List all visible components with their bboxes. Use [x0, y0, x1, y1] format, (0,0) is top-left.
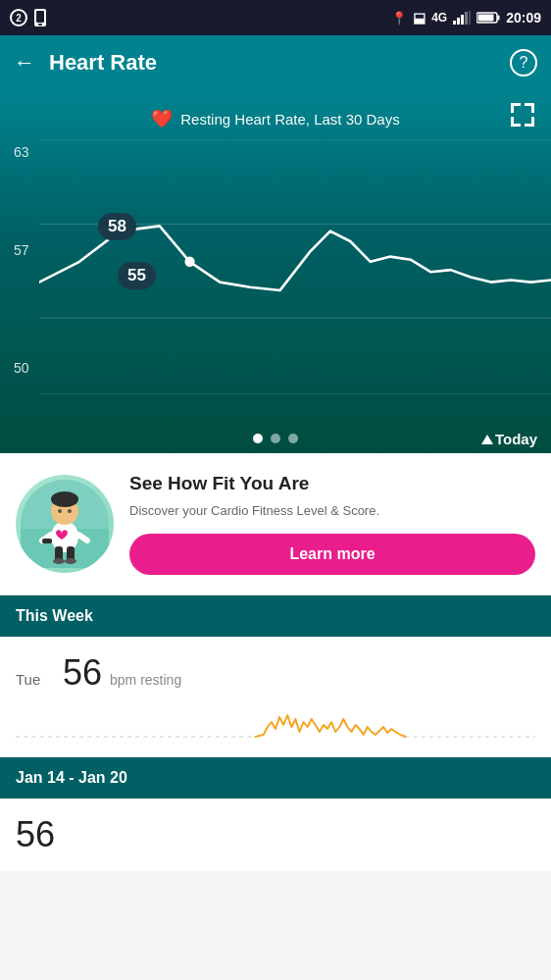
svg-rect-3 — [453, 21, 456, 25]
svg-point-31 — [65, 558, 76, 564]
circle-2-icon: 2 — [10, 9, 27, 26]
expand-icon[interactable] — [510, 102, 535, 132]
callout-58: 58 — [98, 213, 136, 240]
header: ← Heart Rate ? — [0, 35, 551, 90]
cardio-description: Discover your Cardio Fitness Level & Sco… — [129, 502, 535, 520]
page-title: Heart Rate — [49, 50, 510, 76]
svg-rect-18 — [531, 117, 534, 127]
svg-rect-10 — [478, 15, 494, 22]
cardio-text-block: See How Fit You Are Discover your Cardio… — [129, 473, 535, 575]
today-label: Today — [481, 431, 537, 447]
cardio-fitness-card: See How Fit You Are Discover your Cardio… — [0, 453, 551, 595]
location-icon: 📍 — [391, 11, 407, 26]
bpm-unit: bpm resting — [110, 672, 181, 688]
chart-area: ❤️ Resting Heart Rate, Last 30 Days 63 5… — [0, 90, 551, 453]
time-label: 20:09 — [506, 10, 541, 26]
svg-rect-6 — [465, 12, 468, 25]
date-range-header: Jan 14 - Jan 20 — [0, 757, 551, 799]
svg-rect-16 — [511, 117, 514, 127]
y-label-50: 50 — [14, 360, 29, 376]
battery-icon — [476, 11, 500, 25]
svg-rect-9 — [498, 16, 500, 21]
svg-rect-7 — [469, 11, 471, 25]
chart-dot-3[interactable] — [288, 434, 298, 443]
status-left-icons: 2 — [10, 9, 47, 26]
this-week-header: This Week — [0, 595, 551, 637]
heart-icon: ❤️ — [151, 108, 173, 129]
today-triangle-icon — [481, 435, 493, 444]
y-label-57: 57 — [14, 242, 29, 258]
back-button[interactable]: ← — [14, 50, 35, 76]
status-right-icons: 📍 ⬓ 20:09 4G 20:09 — [391, 10, 541, 26]
svg-rect-12 — [511, 103, 514, 113]
svg-point-30 — [53, 558, 65, 564]
y-label-63: 63 — [14, 144, 29, 160]
svg-point-36 — [58, 509, 62, 513]
partial-bpm-value: 56 — [16, 814, 55, 855]
phone-icon — [33, 9, 47, 26]
learn-more-button[interactable]: Learn more — [129, 534, 535, 575]
svg-rect-5 — [461, 15, 464, 25]
bluetooth-icon: ⬓ — [413, 10, 426, 26]
day-row-tue: Tue 56 bpm resting — [0, 637, 551, 757]
day-row-top: Tue 56 bpm resting — [16, 652, 535, 694]
avatar-figure — [21, 480, 109, 568]
day-label: Tue — [16, 671, 55, 688]
chart-footer — [0, 434, 551, 443]
status-bar: 2 📍 ⬓ 20:09 4G 20:09 — [0, 0, 551, 35]
chart-dot-1[interactable] — [253, 434, 263, 443]
svg-rect-38 — [42, 539, 52, 543]
help-button[interactable]: ? — [510, 49, 537, 77]
svg-rect-2 — [38, 24, 42, 26]
mini-chart — [16, 697, 535, 756]
network-4g: 4G — [431, 11, 447, 25]
chart-dot-2[interactable] — [271, 434, 280, 443]
callout-55: 55 — [118, 262, 156, 289]
cardio-title: See How Fit You Are — [129, 473, 535, 494]
heart-rate-chart — [39, 139, 551, 394]
svg-point-35 — [51, 491, 78, 507]
svg-rect-4 — [457, 18, 460, 25]
resting-label: ❤️ Resting Heart Rate, Last 30 Days — [0, 108, 551, 129]
svg-point-37 — [68, 509, 72, 513]
svg-rect-14 — [531, 103, 534, 113]
avatar-circle — [16, 475, 114, 573]
partial-bpm-row: 56 — [0, 799, 551, 871]
resting-label-text: Resting Heart Rate, Last 30 Days — [180, 111, 399, 128]
bpm-value: 56 — [63, 652, 102, 694]
svg-point-24 — [184, 257, 194, 267]
svg-rect-1 — [36, 11, 44, 23]
mini-sparkline — [16, 697, 535, 756]
signal-icon — [453, 11, 471, 25]
